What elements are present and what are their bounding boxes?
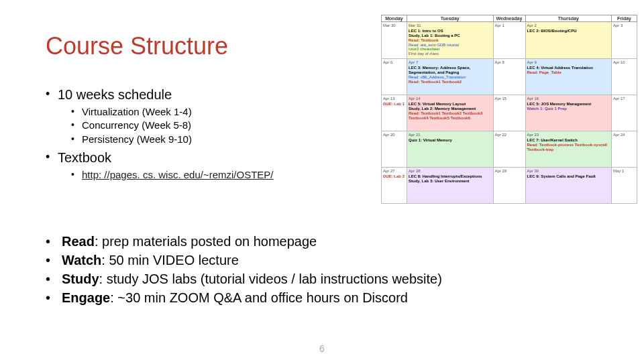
bullet-watch: Watch: 50 min VIDEO lecture	[46, 251, 555, 269]
cell-w4-fri: Apr 24	[612, 131, 637, 168]
hdr-fri: Friday	[612, 15, 637, 22]
calendar-row-5: Apr 27DUE: Lab 2 Apr 28 LEC 8: Handling …	[382, 168, 637, 204]
cell-w2-tue: Apr 7 LEC 3: Memory: Address Space, Segm…	[407, 59, 494, 95]
cell-w5-fri: May 1	[612, 168, 637, 204]
cell-w4-tue: Apr 21 Quiz 1: Virtual Memory	[407, 131, 494, 168]
cell-w5-thu: Apr 30 LEC 9: System Calls and Page Faul…	[525, 168, 612, 204]
cell-w1-tue: Mar 31 LEC 1: Intro to OS Study, Lab 1: …	[407, 22, 494, 59]
cell-w1-wed: Apr 1	[493, 22, 525, 59]
sub-persistency: Persistency (Week 9-10)	[58, 133, 374, 146]
watch-text: : 50 min VIDEO lecture	[101, 253, 239, 267]
calendar-header-row: Monday Tuesday Wednesday Thursday Friday	[382, 15, 637, 22]
cell-w4-mon: Apr 20	[382, 131, 407, 168]
engage-label: Engage	[62, 290, 110, 305]
cell-w3-mon: Apr 13DUE: Lab 1	[382, 95, 407, 131]
bullet-read: Read: prep materials posted on homepage	[46, 232, 555, 251]
calendar-row-3: Apr 13DUE: Lab 1 Apr 14 LEC 5: Virtual M…	[382, 95, 637, 131]
read-label: Read	[62, 234, 95, 249]
cell-w3-fri: Apr 17	[612, 95, 637, 131]
cell-w2-mon: Apr 6	[382, 59, 407, 95]
hdr-thu: Thursday	[525, 15, 612, 22]
sub-concurrency: Concurrency (Week 5-8)	[58, 119, 374, 132]
cell-w2-wed: Apr 8	[493, 59, 525, 95]
cell-w5-mon: Apr 27DUE: Lab 2	[382, 168, 407, 204]
bullet-study: Study: study JOS labs (tutorial videos /…	[46, 269, 555, 288]
cell-w3-thu: Apr 16 LEC 5: JOS Memory Management Watc…	[525, 95, 612, 131]
engage-text: : ~30 min ZOOM Q&A and office hours on D…	[110, 290, 408, 305]
cell-w3-wed: Apr 15	[493, 95, 525, 131]
cell-w1-thu: Apr 2 LEC 2: BIOS/Booting/CPU	[525, 22, 612, 59]
cell-w2-thu: Apr 9 LEC 4: Virtual Address Translation…	[525, 59, 612, 95]
ostep-link[interactable]: http: //pages. cs. wisc. edu/~remzi/OSTE…	[82, 169, 274, 180]
hdr-tue: Tuesday	[407, 15, 494, 22]
cell-w5-wed: Apr 29	[493, 168, 525, 204]
calendar-row-4: Apr 20 Apr 21 Quiz 1: Virtual Memory Apr…	[382, 131, 637, 168]
bullet-textbook: Textbook http: //pages. cs. wisc. edu/~r…	[46, 150, 374, 182]
study-label: Study	[62, 272, 99, 286]
hdr-wed: Wednesday	[493, 15, 525, 22]
content-upper: 10 weeks schedule Virtualization (Week 1…	[46, 87, 374, 186]
cell-w1-fri: Apr 3	[612, 22, 637, 59]
cell-w4-wed: Apr 22	[493, 131, 525, 168]
watch-label: Watch	[62, 253, 101, 267]
calendar-thumbnail: Monday Tuesday Wednesday Thursday Friday…	[381, 15, 637, 204]
bullet-engage: Engage: ~30 min ZOOM Q&A and office hour…	[46, 288, 555, 307]
slide-title: Course Structure	[46, 32, 228, 60]
content-lower: Read: prep materials posted on homepage …	[46, 232, 555, 307]
page-number: 6	[0, 343, 644, 354]
cell-w4-thu: Apr 23 LEC 7: User/Kernel Switch Read: T…	[525, 131, 612, 168]
bullet-textbook-label: Textbook	[58, 150, 111, 165]
calendar-row-2: Apr 6 Apr 7 LEC 3: Memory: Address Space…	[382, 59, 637, 95]
bullet-schedule-label: 10 weeks schedule	[58, 87, 172, 102]
hdr-mon: Monday	[382, 15, 407, 22]
calendar-row-1: Mar 30 Mar 31 LEC 1: Intro to OS Study, …	[382, 22, 637, 59]
sub-virtualization: Virtualization (Week 1-4)	[58, 105, 374, 119]
sub-textbook-link: http: //pages. cs. wisc. edu/~remzi/OSTE…	[58, 168, 374, 182]
read-text: : prep materials posted on homepage	[95, 234, 317, 249]
bullet-schedule: 10 weeks schedule Virtualization (Week 1…	[46, 87, 374, 146]
cell-w1-mon: Mar 30	[382, 22, 407, 59]
cell-w2-fri: Apr 10	[612, 59, 637, 95]
study-text: : study JOS labs (tutorial videos / lab …	[99, 272, 442, 286]
cell-w3-tue: Apr 14 LEC 5: Virtual Memory Layout Stud…	[407, 95, 494, 131]
cell-w5-tue: Apr 28 LEC 8: Handling Interrupts/Except…	[407, 168, 494, 204]
